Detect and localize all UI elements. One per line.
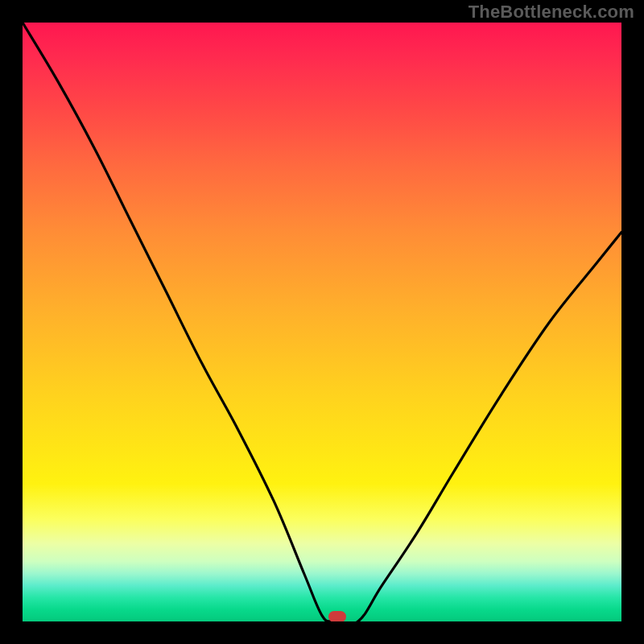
curve-path [23, 23, 621, 621]
watermark-text: TheBottleneck.com [469, 2, 634, 23]
bottleneck-curve [23, 23, 621, 621]
plot-area [23, 23, 621, 621]
optimal-point-marker [328, 611, 346, 621]
chart-frame: TheBottleneck.com [0, 0, 644, 644]
